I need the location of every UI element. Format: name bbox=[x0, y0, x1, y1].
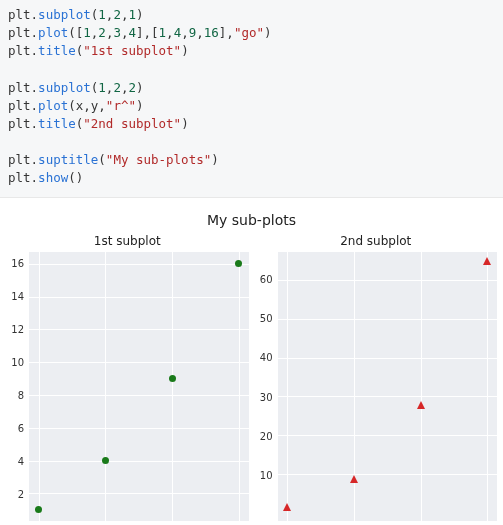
point-circle-icon bbox=[35, 506, 42, 513]
subplot-2-yticks: 605040302010 bbox=[255, 252, 277, 522]
point-triangle-icon bbox=[283, 503, 291, 511]
subplot-1-plot bbox=[28, 252, 249, 522]
subplot-2: 2nd subplot 605040302010 1234 bbox=[255, 234, 498, 525]
point-circle-icon bbox=[235, 260, 242, 267]
point-triangle-icon bbox=[350, 475, 358, 483]
subplot-1-title: 1st subplot bbox=[6, 234, 249, 248]
subplot-1-yticks: 161412108642 bbox=[6, 252, 28, 522]
subplots-row: 1st subplot 161412108642 1234 2nd subplo… bbox=[4, 234, 499, 525]
subplot-1: 1st subplot 161412108642 1234 bbox=[6, 234, 249, 525]
code-block: plt.subplot(1,2,1) plt.plot([1,2,3,4],[1… bbox=[0, 0, 503, 198]
point-triangle-icon bbox=[483, 257, 491, 265]
point-triangle-icon bbox=[417, 401, 425, 409]
figure-suptitle: My sub-plots bbox=[4, 212, 499, 228]
subplot-2-title: 2nd subplot bbox=[255, 234, 498, 248]
point-circle-icon bbox=[169, 375, 176, 382]
point-circle-icon bbox=[102, 457, 109, 464]
figure: My sub-plots 1st subplot 161412108642 12… bbox=[0, 198, 503, 525]
subplot-2-plot bbox=[277, 252, 498, 522]
